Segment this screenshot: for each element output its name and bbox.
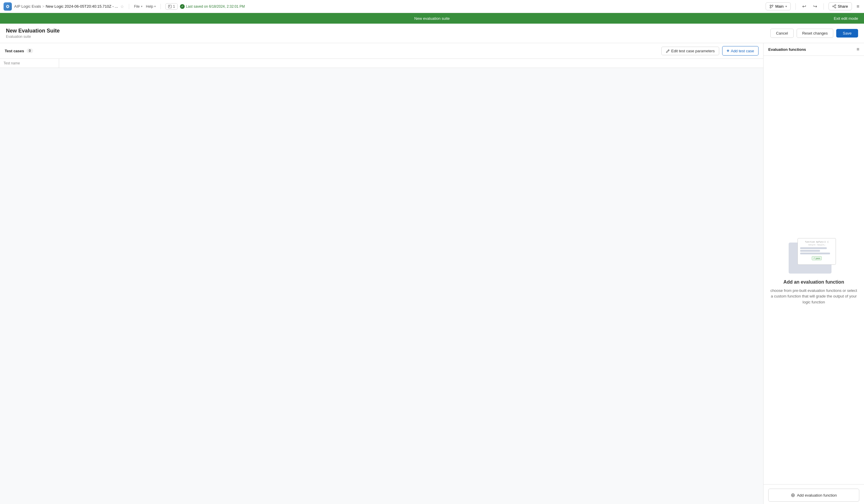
toolbar-actions: Edit test case parameters + Add test cas… — [661, 46, 758, 56]
test-cases-label: Test cases 0 — [5, 48, 33, 53]
branch-button[interactable]: Main ▾ — [766, 2, 791, 10]
svg-rect-2 — [169, 5, 170, 7]
circle-plus-icon: ⊕ — [791, 492, 795, 499]
svg-point-7 — [835, 7, 836, 8]
branch-chevron: ▾ — [785, 5, 787, 8]
svg-point-6 — [835, 5, 836, 6]
edit-params-label: Edit test case parameters — [671, 49, 715, 53]
pencil-icon — [666, 49, 670, 53]
illus-code-line2: return result; — [800, 244, 833, 247]
cancel-button[interactable]: Cancel — [770, 29, 793, 38]
plus-icon: + — [727, 48, 729, 53]
right-panel: Evaluation functions ≡ function myFunc()… — [764, 43, 864, 504]
share-label: Share — [838, 4, 848, 9]
eval-illustration: function myFunc() { return result; ✓ pas… — [784, 235, 843, 279]
illus-chip-label: pass — [816, 257, 820, 260]
version-badge: 1 — [166, 3, 178, 10]
undo-button[interactable]: ↩ — [801, 2, 808, 11]
divider — [795, 3, 796, 10]
star-icon[interactable]: ☆ — [120, 4, 124, 9]
suite-title-section: New Evaluation Suite Evaluation suite — [6, 28, 60, 39]
test-name-column-header: Test name — [0, 59, 59, 68]
svg-point-3 — [770, 5, 771, 6]
divider2 — [824, 3, 824, 10]
redo-button[interactable]: ↪ — [812, 2, 819, 11]
breadcrumb-separator: > — [42, 4, 45, 9]
green-banner: New evaluation suite Exit edit mode — [0, 13, 864, 24]
illus-front-card: function myFunc() { return result; ✓ pas… — [797, 238, 836, 265]
add-test-case-button[interactable]: + Add test case — [722, 46, 758, 56]
banner-text: New evaluation suite — [219, 16, 645, 21]
save-status-text: Last saved on 6/18/2024, 2:32:01 PM — [186, 4, 245, 9]
eval-functions-menu-button[interactable]: ≡ — [856, 47, 859, 52]
eval-functions-header: Evaluation functions ≡ — [764, 43, 864, 56]
illus-code: function myFunc() { return result; — [800, 241, 833, 247]
version-number: 1 — [173, 4, 175, 9]
suite-header: New Evaluation Suite Evaluation suite Ca… — [0, 24, 864, 43]
breadcrumb-parent[interactable]: AIP Logic Evals — [14, 4, 41, 9]
save-button[interactable]: Save — [836, 29, 858, 37]
share-button[interactable]: Share — [829, 2, 852, 10]
main-content: Test cases 0 Edit test case parameters +… — [0, 43, 864, 504]
test-cases-toolbar: Test cases 0 Edit test case parameters +… — [0, 43, 763, 59]
table-extra-columns — [59, 59, 763, 68]
eval-illustration-title: Add an evaluation function — [783, 279, 844, 285]
svg-point-8 — [832, 6, 833, 7]
add-eval-function-button[interactable]: ⊕ Add evaluation function — [768, 489, 859, 502]
left-panel: Test cases 0 Edit test case parameters +… — [0, 43, 764, 504]
suite-title: New Evaluation Suite — [6, 28, 60, 34]
suite-subtitle: Evaluation suite — [6, 35, 60, 39]
file-menu-label: File — [134, 4, 140, 9]
illus-green-chip: ✓ pass — [812, 256, 822, 260]
app-icon — [3, 2, 12, 11]
save-check-icon: ✓ — [180, 4, 185, 9]
top-bar-left: AIP Logic Evals > New Logic 2024-06-05T2… — [3, 2, 245, 11]
table-header: Test name — [0, 59, 763, 68]
eval-functions-body: function myFunc() { return result; ✓ pas… — [764, 56, 864, 484]
file-menu[interactable]: File ▾ — [134, 4, 142, 9]
add-eval-label: Add evaluation function — [797, 493, 837, 497]
save-status: ✓ Last saved on 6/18/2024, 2:32:01 PM — [180, 4, 245, 9]
hamburger-menu-button[interactable]: ≡ — [855, 3, 861, 10]
eval-illustration-desc: choose from pre-built evaluation functio… — [769, 288, 858, 305]
eval-functions-title: Evaluation functions — [768, 47, 806, 52]
edit-test-case-params-button[interactable]: Edit test case parameters — [661, 47, 719, 55]
top-bar-right: Main ▾ ↩ ↪ Share ≡ — [766, 2, 861, 11]
suite-actions: Cancel Reset changes Save — [770, 29, 858, 38]
breadcrumb: AIP Logic Evals > New Logic 2024-06-05T2… — [14, 4, 118, 9]
svg-point-5 — [770, 7, 771, 8]
illus-bar2 — [800, 250, 820, 252]
table-body — [0, 68, 763, 504]
help-menu[interactable]: Help ▾ — [146, 4, 156, 9]
svg-point-4 — [772, 5, 773, 6]
top-bar: AIP Logic Evals > New Logic 2024-06-05T2… — [0, 0, 864, 13]
breadcrumb-current: New Logic 2024-06-05T20:40:15.710Z - ... — [46, 4, 118, 9]
exit-edit-mode-button[interactable]: Exit edit mode — [834, 16, 858, 21]
help-menu-label: Help — [146, 4, 153, 9]
test-cases-count: 0 — [27, 48, 33, 53]
test-cases-text: Test cases — [5, 49, 24, 53]
svg-rect-1 — [168, 5, 171, 8]
illus-bar3 — [800, 253, 830, 254]
branch-label: Main — [775, 4, 784, 9]
illus-code-line1: function myFunc() { — [800, 241, 833, 244]
add-test-label: Add test case — [731, 49, 754, 53]
reset-changes-button[interactable]: Reset changes — [797, 29, 833, 38]
illus-bar1 — [800, 247, 827, 249]
svg-point-0 — [7, 5, 9, 7]
eval-functions-footer: ⊕ Add evaluation function — [764, 484, 864, 504]
